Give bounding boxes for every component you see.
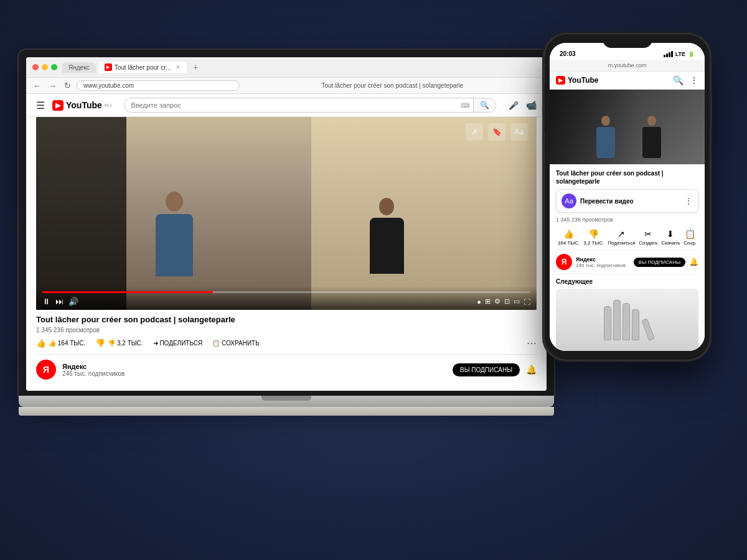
share-btn[interactable]: ➜ ПОДЕЛИТЬСЯ xyxy=(153,340,203,347)
phone-save-label: Сохр. xyxy=(684,240,697,246)
translate-text: Перевести видео xyxy=(580,198,680,205)
video-progress-fill xyxy=(42,291,213,293)
url-bar[interactable]: www.youtube.com xyxy=(77,80,240,91)
phone-youtube-logo-icon: ▶ xyxy=(556,76,565,85)
phone-screen: 20:03 LTE 🔋 m.youtube.com xyxy=(550,43,705,351)
phone-like-btn[interactable]: 👍 164 ТЫС. xyxy=(558,229,580,246)
video-player[interactable]: ↗ 🔖 Аа ⏸ ⏭ 🔊 xyxy=(36,117,537,310)
more-actions-btn[interactable]: ⋯ xyxy=(527,337,537,349)
browser-tab-inactive[interactable]: Яндекс xyxy=(62,62,96,73)
phone-person-left xyxy=(596,116,615,158)
bell-btn[interactable]: 🔔 xyxy=(526,365,537,375)
tab-favicon: ▶ xyxy=(105,63,112,71)
laptop-table xyxy=(19,407,554,416)
share-overlay-btn[interactable]: ↗ xyxy=(466,123,483,141)
miniplayer-btn[interactable]: ⊡ xyxy=(504,297,510,306)
phone-share-label: Поделиться xyxy=(608,240,635,246)
dot-close[interactable] xyxy=(32,64,39,70)
phone-video-overlay xyxy=(550,90,705,164)
settings-btn[interactable]: ⚙ xyxy=(494,297,500,306)
channel-row: Я Яндекс 246 тыс. подписчиков ВЫ ПОДПИСА… xyxy=(36,355,537,385)
person-left-head xyxy=(166,192,183,212)
phone-youtube-nav: ▶ YouTube 🔍 ⋮ xyxy=(550,72,705,90)
browser-tab-bar: Яндекс ▶ Tout lâcher pour cr... ✕ + xyxy=(62,61,540,73)
phone-more-btn[interactable]: ⋮ xyxy=(690,75,698,85)
phone-dislike-count: 3,2 ТЫС. xyxy=(583,240,604,246)
person-right xyxy=(362,198,411,291)
phone-bell-btn[interactable]: 🔔 xyxy=(689,258,698,266)
youtube-search-input[interactable] xyxy=(125,99,457,111)
bookmark-overlay-btn[interactable]: 🔖 xyxy=(488,123,505,141)
tab-add-btn[interactable]: + xyxy=(189,61,202,73)
youtube-search-btn[interactable]: 🔍 xyxy=(473,98,496,112)
subscribe-btn[interactable]: ВЫ ПОДПИСАНЫ xyxy=(453,363,520,376)
video-overlay-icons: ↗ 🔖 Аа xyxy=(466,123,528,141)
translate-more-btn[interactable]: ⋮ xyxy=(684,196,693,206)
phone-time: 20:03 xyxy=(560,50,576,57)
dot-fullscreen[interactable] xyxy=(51,64,57,70)
subtitles-btn[interactable]: ● xyxy=(477,298,481,306)
save-btn[interactable]: 📋 СОХРАНИТЬ xyxy=(212,340,260,347)
video-create-btn[interactable]: 📹 xyxy=(526,100,537,110)
phone-person-left-head xyxy=(601,116,610,126)
translate-overlay-btn[interactable]: Аа xyxy=(510,123,528,141)
phone-next-thumbnail[interactable] xyxy=(556,289,698,351)
nav-back-btn[interactable]: ← xyxy=(31,81,43,90)
phone-download-btn[interactable]: ⬇ Скачать xyxy=(661,229,680,246)
laptop-notch xyxy=(261,396,311,401)
youtube-search-bar: ⌨ 🔍 xyxy=(124,98,496,113)
robot-finger-4 xyxy=(632,309,639,340)
phone-subscribe-btn[interactable]: ВЫ ПОДПИСАНЫ xyxy=(634,258,685,267)
like-count: 👍 164 ТЫС. xyxy=(49,340,85,347)
laptop-screen-bezel: Яндекс ▶ Tout lâcher pour cr... ✕ + ← → … xyxy=(19,50,554,396)
tab-close-btn[interactable]: ✕ xyxy=(176,64,181,70)
youtube-logo-ru: RU xyxy=(105,103,112,108)
chapters-btn[interactable]: ⊞ xyxy=(485,297,491,306)
phone-side-btn-right xyxy=(710,96,712,128)
robot-hand-visual xyxy=(556,289,698,351)
channel-subs: 246 тыс. подписчиков xyxy=(62,370,446,377)
channel-info: Яндекс 246 тыс. подписчиков xyxy=(62,363,446,377)
phone-create-btn[interactable]: ✂ Создать xyxy=(639,229,657,246)
next-btn[interactable]: ⏭ xyxy=(55,297,63,306)
translate-icon: Аа xyxy=(561,194,576,208)
phone-save-btn[interactable]: 📋 Сохр. xyxy=(684,229,697,246)
hamburger-menu-btn[interactable]: ☰ xyxy=(36,100,45,111)
phone-frame: 20:03 LTE 🔋 m.youtube.com xyxy=(545,34,710,360)
phone-save-icon: 📋 xyxy=(685,229,695,239)
phone-video-thumbnail[interactable] xyxy=(550,90,705,164)
phone-translate-widget[interactable]: Аа Перевести видео ⋮ xyxy=(556,189,698,213)
youtube-logo-icon: ▶ xyxy=(52,100,63,111)
play-pause-btn[interactable]: ⏸ xyxy=(42,297,50,306)
video-title: Tout lâcher pour créer son podcast | sol… xyxy=(36,315,537,324)
like-btn[interactable]: 👍 👍 164 ТЫС. xyxy=(36,338,85,348)
video-progress-bar[interactable] xyxy=(42,291,530,293)
phone-share-icon: ↗ xyxy=(618,229,625,239)
phone-channel-row: Я Яндекс 246 тыс. подписчиков ВЫ ПОДПИСА… xyxy=(556,250,698,274)
active-tab-label: Tout lâcher pour cr... xyxy=(115,64,171,71)
dislike-icon: 👎 xyxy=(95,338,105,348)
dot-minimize[interactable] xyxy=(42,64,48,70)
phone-share-btn[interactable]: ↗ Поделиться xyxy=(608,229,635,246)
fullscreen-btn[interactable]: ⛶ xyxy=(524,298,530,306)
phone-browser-url: m.youtube.com xyxy=(608,62,647,68)
nav-refresh-btn[interactable]: ↻ xyxy=(62,81,73,90)
keyboard-icon: ⌨ xyxy=(457,102,473,109)
phone-person-right xyxy=(642,116,661,158)
dislike-btn[interactable]: 👎 👎 3,2 ТЫС. xyxy=(95,338,143,348)
phone-search-btn[interactable]: 🔍 xyxy=(673,75,684,85)
phone-browser-bar[interactable]: m.youtube.com xyxy=(550,60,705,72)
phone-dislike-btn[interactable]: 👎 3,2 ТЫС. xyxy=(583,229,604,246)
phone-notch xyxy=(603,34,652,48)
microphone-btn[interactable]: 🎤 xyxy=(509,101,519,110)
signal-bar-3 xyxy=(669,52,670,57)
nav-forward-btn[interactable]: → xyxy=(47,81,59,90)
browser-navbar: ← → ↻ www.youtube.com Tout lâcher pour c… xyxy=(26,78,547,94)
phone-channel-name: Яндекс xyxy=(576,256,630,263)
volume-btn[interactable]: 🔊 xyxy=(68,297,78,306)
phone-side-btn-left-bottom xyxy=(542,111,545,134)
browser-tab-active[interactable]: ▶ Tout lâcher pour cr... ✕ xyxy=(98,62,187,73)
like-icon: 👍 xyxy=(36,338,46,348)
phone-person-left-body xyxy=(596,127,615,158)
theater-btn[interactable]: ▭ xyxy=(514,297,520,306)
